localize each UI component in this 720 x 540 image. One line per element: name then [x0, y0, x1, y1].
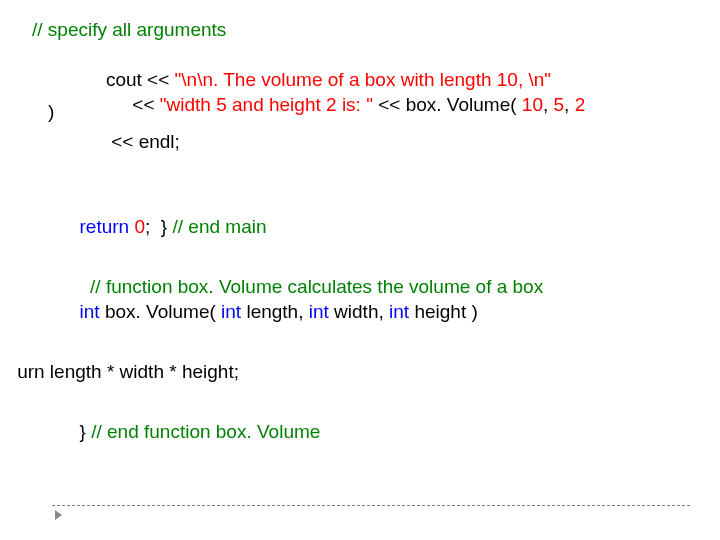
comment-specify: // specify all arguments — [32, 19, 226, 40]
indent-10 — [53, 301, 79, 322]
kw-int-4: int — [389, 301, 409, 322]
expr-body: length * width * height; — [45, 361, 239, 382]
num-0: 0 — [134, 216, 145, 237]
close-brace: } — [53, 421, 91, 442]
sig-3: width, — [329, 301, 389, 322]
call-start: << box. Volume( — [373, 94, 522, 115]
string-2: "width 5 and height 2 is: " — [160, 94, 373, 115]
comma-1: , — [543, 94, 554, 115]
sig-4: height ) — [409, 301, 478, 322]
close-paren: ) — [48, 100, 54, 125]
slide: // specify all arguments cout << "\n\n. … — [0, 0, 720, 540]
num-10: 10 — [522, 94, 543, 115]
sig-2: length, — [241, 301, 309, 322]
kw-int-1: int — [80, 301, 100, 322]
code-line-1: // specify all arguments — [32, 18, 226, 43]
cut-urn: urn — [17, 361, 44, 382]
comma-2: , — [564, 94, 575, 115]
code-line-end-func: } // end function box. Volume — [32, 395, 320, 469]
kw-int-3: int — [309, 301, 329, 322]
comment-end-func: // end function box. Volume — [91, 421, 320, 442]
comment-end-main: // end main — [173, 216, 267, 237]
kw-return: return — [80, 216, 130, 237]
indent-3a: << — [53, 94, 160, 115]
code-line-endl: << endl; — [32, 130, 180, 155]
num-2: 2 — [575, 94, 586, 115]
bullet-arrow-icon — [55, 510, 62, 520]
sig-1: box. Volume( — [100, 301, 221, 322]
close-main: ; } — [145, 216, 172, 237]
divider — [52, 505, 690, 506]
indent-7 — [53, 216, 79, 237]
kw-int-2: int — [221, 301, 241, 322]
num-5: 5 — [554, 94, 565, 115]
